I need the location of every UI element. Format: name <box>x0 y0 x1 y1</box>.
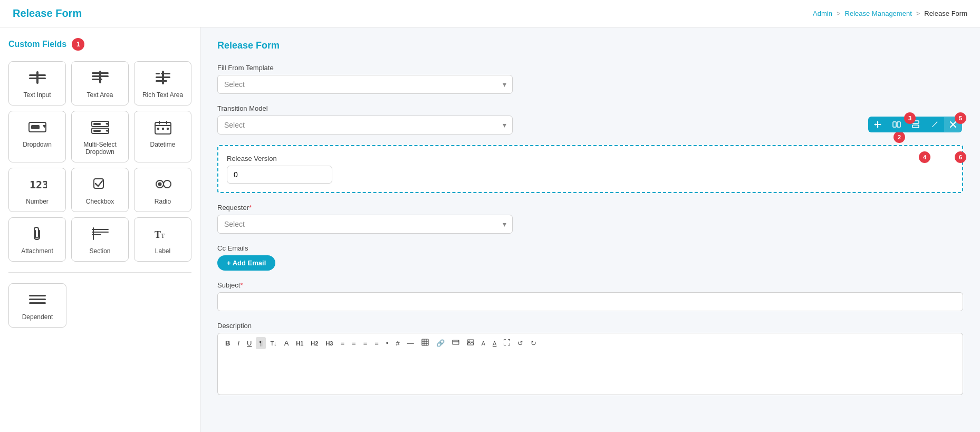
field-checkbox-label: Checkbox <box>86 198 114 205</box>
svg-rect-17 <box>93 123 101 125</box>
release-version-input[interactable] <box>227 166 332 184</box>
rich-ordered-list[interactable]: # <box>392 337 402 349</box>
rich-hr[interactable]: — <box>404 337 417 349</box>
rich-text-body[interactable] <box>217 353 963 395</box>
svg-rect-13 <box>31 125 40 129</box>
rich-undo[interactable]: ↺ <box>514 337 526 349</box>
field-datetime[interactable]: Datetime <box>134 111 191 162</box>
rich-link[interactable]: 🔗 <box>433 337 448 349</box>
field-dropdown[interactable]: Dropdown <box>8 111 66 162</box>
field-checkbox[interactable]: Checkbox <box>71 168 129 212</box>
toolbar-split-col-btn[interactable] <box>887 117 906 132</box>
sidebar-divider <box>8 272 191 273</box>
breadcrumb-sep2: > <box>916 9 920 17</box>
annotation-3: 3 <box>904 112 916 124</box>
rich-align-right[interactable]: ≡ <box>360 337 371 349</box>
rich-bullet-list[interactable]: • <box>383 337 392 349</box>
fill-from-template-select[interactable]: Select <box>217 75 513 94</box>
release-version-label: Release Version <box>227 155 954 162</box>
rich-align-left[interactable]: ≡ <box>337 337 348 349</box>
svg-rect-24 <box>166 121 167 124</box>
requester-group: Requester* Select <box>217 204 963 234</box>
toolbar-move-btn[interactable] <box>868 117 887 132</box>
field-radio-label: Radio <box>155 198 171 205</box>
rich-underline[interactable]: U <box>244 337 255 349</box>
svg-text:T: T <box>155 229 161 240</box>
toolbar-edit-btn[interactable] <box>925 117 944 132</box>
field-label[interactable]: T T Label <box>134 217 191 262</box>
subject-required: * <box>240 281 243 289</box>
datetime-icon <box>153 120 172 137</box>
fields-grid: Text Input Text Area <box>8 61 191 262</box>
description-group: Description B I U ¶ T↓ A H1 H2 H3 ≡ ≡ ≡ … <box>217 322 963 395</box>
breadcrumb-admin[interactable]: Admin <box>813 9 832 17</box>
section-icon <box>91 226 110 243</box>
transition-model-group: Transition Model Select <box>217 104 963 135</box>
rich-text-area-icon <box>153 70 172 87</box>
main-content: Release Form Fill From Template Select T… <box>200 27 980 432</box>
rich-strikethrough[interactable]: T↓ <box>267 338 280 349</box>
transition-model-select[interactable]: Select <box>217 116 513 135</box>
field-rich-text-area-label: Rich Text Area <box>142 91 183 99</box>
svg-rect-33 <box>92 229 109 230</box>
subject-input[interactable] <box>217 292 963 311</box>
transition-model-wrapper: Select <box>217 116 513 135</box>
rich-image[interactable] <box>464 337 477 350</box>
field-text-area-label: Text Area <box>87 91 113 99</box>
annotation-4: 4 <box>919 151 930 163</box>
field-section-label: Section <box>89 247 110 255</box>
app-layout: Custom Fields 1 Text Input <box>0 27 980 432</box>
field-section[interactable]: Section <box>71 217 129 262</box>
svg-rect-34 <box>92 232 109 233</box>
rich-paragraph[interactable]: ¶ <box>256 337 266 349</box>
requester-required: * <box>249 204 252 212</box>
rich-align-center[interactable]: ≡ <box>349 337 359 349</box>
annotation-5: 5 <box>955 112 966 124</box>
rich-font-family[interactable]: A <box>489 338 499 349</box>
rich-table[interactable] <box>418 337 432 350</box>
svg-rect-11 <box>162 71 164 84</box>
rich-embed[interactable] <box>449 337 463 350</box>
field-text-area[interactable]: Text Area <box>71 61 129 105</box>
field-number[interactable]: 123 Number <box>8 168 66 212</box>
svg-rect-39 <box>29 295 46 296</box>
text-input-icon <box>28 70 47 87</box>
rich-font-size[interactable]: A <box>478 338 488 349</box>
breadcrumb-release-management[interactable]: Release Management <box>845 9 912 17</box>
rich-h3[interactable]: H3 <box>322 338 336 349</box>
text-area-icon <box>91 70 110 87</box>
field-radio[interactable]: Radio <box>134 168 191 212</box>
header: Release Form Admin > Release Management … <box>0 0 980 27</box>
rich-align-justify[interactable]: ≡ <box>371 337 382 349</box>
svg-rect-40 <box>29 299 46 300</box>
rich-font-color[interactable]: A <box>281 337 292 349</box>
sidebar: Custom Fields 1 Text Input <box>0 27 200 432</box>
multi-select-icon <box>91 120 110 137</box>
field-label-text: Label <box>155 247 170 255</box>
rich-bold[interactable]: B <box>222 337 233 349</box>
svg-point-56 <box>468 341 470 342</box>
add-email-button[interactable]: + Add Email <box>217 255 275 271</box>
field-multi-select-label: Multi-Select Dropdown <box>77 141 123 156</box>
field-attachment[interactable]: Attachment <box>8 217 66 262</box>
svg-rect-2 <box>36 71 39 84</box>
release-version-section-wrapper: Release Version 2 <box>217 145 963 193</box>
field-dependent[interactable]: Dependent <box>8 283 66 328</box>
cc-emails-label: Cc Emails <box>217 244 963 252</box>
svg-point-31 <box>158 183 161 186</box>
field-multi-select[interactable]: Multi-Select Dropdown <box>71 111 129 162</box>
rich-redo[interactable]: ↻ <box>527 337 540 349</box>
breadcrumb-sep1: > <box>837 9 841 17</box>
field-rich-text-area[interactable]: Rich Text Area <box>134 61 191 105</box>
svg-rect-27 <box>167 128 169 130</box>
requester-select[interactable]: Select <box>217 215 513 234</box>
rich-fullscreen[interactable] <box>501 337 513 349</box>
attachment-icon <box>28 226 47 243</box>
svg-point-32 <box>164 180 171 188</box>
rich-h1[interactable]: H1 <box>293 338 306 349</box>
field-datetime-label: Datetime <box>150 141 175 148</box>
rich-italic[interactable]: I <box>234 337 243 349</box>
rich-h2[interactable]: H2 <box>308 338 321 349</box>
field-text-input[interactable]: Text Input <box>8 61 66 105</box>
cc-emails-group: Cc Emails + Add Email <box>217 244 963 271</box>
